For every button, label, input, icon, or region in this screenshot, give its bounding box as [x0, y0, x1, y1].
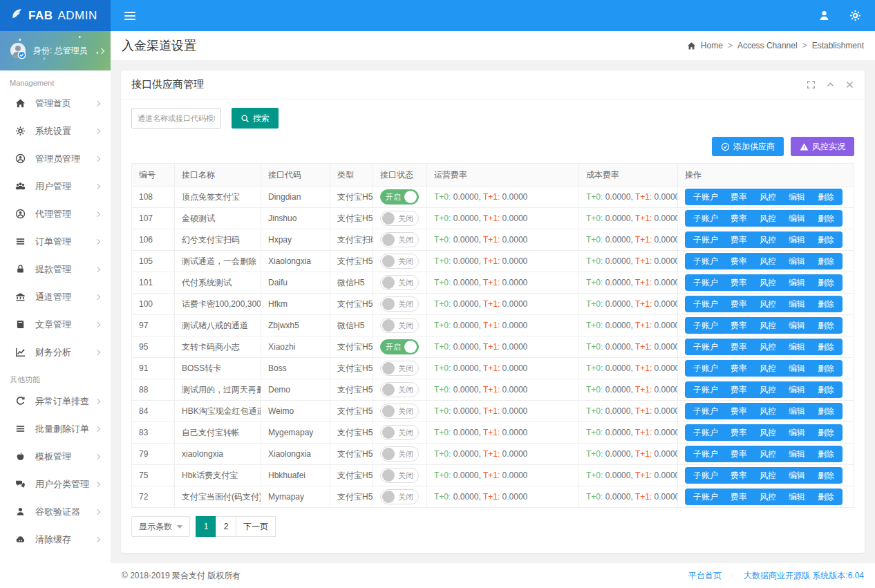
- status-toggle[interactable]: 关闭: [380, 382, 419, 397]
- sidebar-item[interactable]: 系统设置: [0, 117, 111, 145]
- edit-action[interactable]: 编辑: [782, 256, 811, 267]
- status-toggle[interactable]: 关闭: [380, 318, 419, 333]
- status-toggle[interactable]: 关闭: [380, 275, 419, 290]
- edit-action[interactable]: 编辑: [782, 320, 811, 332]
- settings-gear-icon[interactable]: [849, 10, 861, 21]
- risk-action[interactable]: 风控: [753, 470, 782, 482]
- user-profile[interactable]: 身份: 总管理员: [0, 31, 111, 70]
- risk-action[interactable]: 风控: [753, 298, 782, 310]
- sidebar-item[interactable]: 用户分类管理: [0, 471, 111, 498]
- rate-action[interactable]: 费率: [724, 491, 753, 503]
- edit-action[interactable]: 编辑: [782, 470, 811, 482]
- risk-action[interactable]: 风控: [753, 491, 782, 503]
- platform-home-link[interactable]: 平台首页: [688, 570, 722, 582]
- sidebar-item[interactable]: 通道管理: [0, 283, 111, 311]
- edit-action[interactable]: 编辑: [782, 363, 811, 374]
- subaccount-action[interactable]: 子账户: [687, 277, 724, 289]
- subaccount-action[interactable]: 子账户: [687, 298, 724, 310]
- risk-action[interactable]: 风控: [753, 234, 782, 246]
- edit-action[interactable]: 编辑: [782, 277, 811, 289]
- delete-action[interactable]: 删除: [811, 448, 840, 460]
- next-page-button[interactable]: 下一页: [236, 516, 276, 537]
- status-toggle[interactable]: 开启: [380, 189, 419, 205]
- status-toggle[interactable]: 开启: [380, 339, 419, 354]
- sidebar-item[interactable]: 代理管理: [0, 200, 111, 228]
- expand-icon[interactable]: [807, 80, 816, 89]
- risk-action[interactable]: 风控: [753, 384, 782, 396]
- subaccount-action[interactable]: 子账户: [687, 491, 724, 503]
- edit-action[interactable]: 编辑: [782, 491, 811, 503]
- risk-action[interactable]: 风控: [753, 406, 782, 417]
- subaccount-action[interactable]: 子账户: [687, 427, 724, 439]
- edit-action[interactable]: 编辑: [782, 298, 811, 310]
- status-toggle[interactable]: 关闭: [380, 425, 419, 440]
- sidebar-item[interactable]: 谷歌验证器: [0, 498, 111, 526]
- risk-live-button[interactable]: 风控实况: [791, 137, 854, 156]
- rate-action[interactable]: 费率: [724, 277, 753, 289]
- edit-action[interactable]: 编辑: [782, 213, 811, 225]
- subaccount-action[interactable]: 子账户: [687, 470, 724, 482]
- sidebar-item[interactable]: 异常订单排查: [0, 388, 111, 415]
- status-toggle[interactable]: 关闭: [380, 254, 419, 269]
- subaccount-action[interactable]: 子账户: [687, 234, 724, 246]
- sidebar-item[interactable]: 批量删除订单: [0, 415, 111, 443]
- page-button[interactable]: 2: [216, 516, 236, 537]
- sidebar-item[interactable]: 订单管理: [0, 228, 111, 256]
- delete-action[interactable]: 删除: [811, 384, 840, 396]
- delete-action[interactable]: 删除: [811, 277, 840, 289]
- delete-action[interactable]: 删除: [811, 491, 840, 503]
- breadcrumb-home[interactable]: Home: [701, 41, 723, 50]
- status-toggle[interactable]: 关闭: [380, 489, 419, 504]
- sidebar-item[interactable]: 管理首页: [0, 90, 111, 117]
- delete-action[interactable]: 删除: [811, 298, 840, 310]
- user-menu-icon[interactable]: [818, 10, 830, 21]
- status-toggle[interactable]: 关闭: [380, 211, 419, 226]
- rate-action[interactable]: 费率: [724, 341, 753, 353]
- rate-action[interactable]: 费率: [724, 320, 753, 332]
- rate-action[interactable]: 费率: [724, 256, 753, 267]
- page-button[interactable]: 1: [196, 516, 216, 537]
- search-button[interactable]: 搜索: [232, 108, 279, 129]
- subaccount-action[interactable]: 子账户: [687, 191, 724, 203]
- close-icon[interactable]: [845, 80, 854, 89]
- rate-action[interactable]: 费率: [724, 191, 753, 203]
- subaccount-action[interactable]: 子账户: [687, 384, 724, 396]
- rate-action[interactable]: 费率: [724, 470, 753, 482]
- status-toggle[interactable]: 关闭: [380, 232, 419, 247]
- edit-action[interactable]: 编辑: [782, 384, 811, 396]
- rate-action[interactable]: 费率: [724, 213, 753, 225]
- sidebar-item[interactable]: 清除缓存: [0, 526, 111, 553]
- subaccount-action[interactable]: 子账户: [687, 448, 724, 460]
- status-toggle[interactable]: 关闭: [380, 446, 419, 462]
- edit-action[interactable]: 编辑: [782, 427, 811, 439]
- rate-action[interactable]: 费率: [724, 298, 753, 310]
- status-toggle[interactable]: 关闭: [380, 468, 419, 483]
- edit-action[interactable]: 编辑: [782, 448, 811, 460]
- delete-action[interactable]: 删除: [811, 320, 840, 332]
- subaccount-action[interactable]: 子账户: [687, 213, 724, 225]
- delete-action[interactable]: 删除: [811, 363, 840, 374]
- delete-action[interactable]: 删除: [811, 427, 840, 439]
- risk-action[interactable]: 风控: [753, 427, 782, 439]
- risk-action[interactable]: 风控: [753, 277, 782, 289]
- page-size-dropdown[interactable]: 显示条数: [131, 516, 190, 537]
- status-toggle[interactable]: 关闭: [380, 361, 419, 376]
- sidebar-item[interactable]: 模板管理: [0, 443, 111, 471]
- risk-action[interactable]: 风控: [753, 341, 782, 353]
- delete-action[interactable]: 删除: [811, 470, 840, 482]
- delete-action[interactable]: 删除: [811, 213, 840, 225]
- search-input[interactable]: [131, 108, 221, 129]
- sidebar-toggle-icon[interactable]: [124, 11, 135, 21]
- risk-action[interactable]: 风控: [753, 213, 782, 225]
- risk-action[interactable]: 风控: [753, 320, 782, 332]
- status-toggle[interactable]: 关闭: [380, 296, 419, 312]
- add-supplier-button[interactable]: 添加供应商: [712, 137, 784, 156]
- edit-action[interactable]: 编辑: [782, 406, 811, 417]
- subaccount-action[interactable]: 子账户: [687, 406, 724, 417]
- subaccount-action[interactable]: 子账户: [687, 256, 724, 267]
- risk-action[interactable]: 风控: [753, 191, 782, 203]
- rate-action[interactable]: 费率: [724, 406, 753, 417]
- sidebar-item[interactable]: 提款管理: [0, 256, 111, 283]
- sidebar-item[interactable]: 用户管理: [0, 173, 111, 200]
- risk-action[interactable]: 风控: [753, 448, 782, 460]
